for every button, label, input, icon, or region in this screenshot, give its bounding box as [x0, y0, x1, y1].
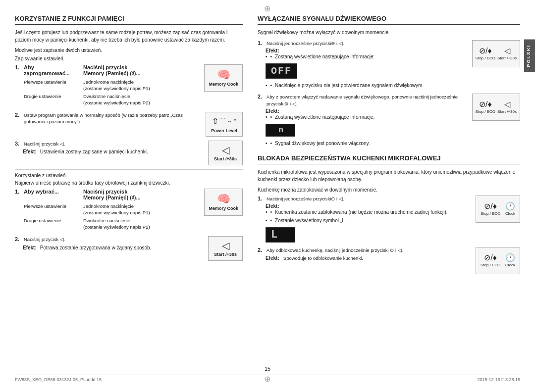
efekt-text-1: Ustawienia zostały zapisane w pamięci ku…	[40, 149, 148, 154]
step4-wybrac: 1. Aby wybrać... Naciśnij przyciskMemory…	[15, 189, 243, 232]
blokada-step1-text: Naciśnij jednocześnie przyciski⊙ i ◁.	[267, 196, 344, 202]
stop-eco-label-2: Stop / ECO	[476, 109, 495, 114]
blokada-sym-2: •	[270, 217, 272, 224]
korzystanie-note: Korzystanie z ustawień.	[15, 173, 243, 178]
start-sym-2: ◁	[504, 100, 510, 108]
step2-num: 2.	[15, 112, 22, 125]
start-icon-cell-1: ◁ Start /+30s	[497, 47, 517, 60]
right-bullet1-1: • Zostaną wyświetlone następujące inform…	[266, 53, 468, 60]
start-icon-2: ◁	[222, 241, 229, 250]
bullet-sym-4: •	[270, 140, 272, 147]
blokada-efekt-text-2: Spowoduje to odblokowanie kuchenki.	[283, 255, 363, 261]
compass-top: ⊕	[263, 4, 271, 13]
col-header-left: AbyAby zaprogramować...zaprogramować...	[24, 64, 83, 77]
row1-left-4: Pierwsze ustawienie	[24, 203, 83, 216]
blokada-step1-body: 1. Naciśnij jednocześnie przyciski⊙ i ◁.…	[258, 196, 472, 244]
efekt-text-5: Potrawa zostanie przygotowana w żądany s…	[40, 245, 152, 250]
stop-eco-label-1: Stop / ECO	[476, 56, 495, 60]
step2-body: 2. Ustaw program gotowania w normalny sp…	[15, 112, 202, 125]
left-subsection1: Zapisywanie ustawień.	[15, 56, 243, 61]
step3-body: 3. Naciśnij przycisk ◁. Efekt: Ustawieni…	[15, 141, 204, 155]
blokada-step1-num: 1.	[258, 196, 265, 202]
stop-eco-clock-box-1: ⊘/♦ Stop / ECO 🕐 Clock	[476, 196, 520, 223]
col-header-right-4: Naciśnij przyciskMemory (Pamięć) (♯)...	[83, 189, 150, 201]
power-level-label: Power Level	[211, 128, 237, 133]
right-efekt-label-2: Efekt:	[266, 108, 468, 114]
clock-icon-cell-1: 🕐 Clock	[505, 202, 515, 216]
efekt-label-1: Efekt:	[23, 149, 37, 154]
stop-eco-start-box-1: ⊘/♦ Stop / ECO ◁ Start /+30s	[472, 40, 520, 67]
step4-num: 1.	[15, 189, 22, 230]
row1-left: Pierwsze ustawienie	[24, 79, 83, 92]
right-section-1: WYŁĄCZANIE SYGNAŁU DŹWIĘKOWEGO Sygnał dź…	[258, 15, 520, 148]
memory-icon-1: 🧠	[217, 69, 230, 80]
blokada-bullet1: • Kuchenka zostanie zablokowana (nie będ…	[266, 209, 472, 216]
main-content: KORZYSTANIE Z FUNKCJI PAMIĘCI Jeśli częs…	[15, 15, 520, 363]
stop-eco-clock-box-2: ⊘/♦ Stop / ECO 🕐 Clock	[476, 247, 520, 274]
memory-icon-2: 🧠	[217, 194, 230, 204]
korzystanie-note2: Najpierw umieść potrawę na środku tacy o…	[15, 180, 243, 186]
right-efekt-label-1: Efekt:	[266, 48, 468, 53]
right-column: POLSKI WYŁĄCZANIE SYGNAŁU DŹWIĘKOWEGO Sy…	[258, 15, 520, 363]
right-step1-text: Naciśnij jednocześnie przyciski⊚ i ◁.	[267, 40, 344, 47]
right-step1-body: 1. Naciśnij jednocześnie przyciski⊚ i ◁.…	[258, 40, 468, 91]
step2-power: 2. Ustaw program gotowania w normalny sp…	[15, 112, 243, 137]
start-label-2: Start /+30s	[214, 252, 237, 257]
right-bullet2-1: • Zostaną wyświetlone następujące inform…	[266, 114, 468, 121]
stop-eco-sym-b2: ⊘/♦	[484, 254, 497, 262]
start-icon-1: ◁	[222, 145, 229, 155]
footer-right: 2015-12-15 □ 8:28:15	[477, 377, 520, 382]
right-intro-2: Kuchenka mikrofalowa jest wyposażona w s…	[258, 168, 520, 183]
blokada-efekt-label-1: Efekt:	[266, 203, 472, 209]
lcd-l-display: L	[266, 227, 295, 243]
step2-text: Ustaw program gotowania w normalny sposó…	[24, 112, 202, 125]
col-header-right-text-4: Naciśnij przyciskMemory (Pamięć) (♯)...	[83, 189, 141, 200]
col-header-right: Naciśnij przyciskMemory (Pamięć) (♯)...	[83, 64, 150, 77]
right-step2-text: Aby z powrotem włączyć nadawanie sygnału…	[267, 94, 468, 107]
memory-cook-icon-box-2: 🧠 Memory Cook	[204, 189, 243, 216]
stop-eco-sym-2: ⊘/♦	[479, 100, 492, 108]
stop-eco-sym-b1: ⊘/♦	[484, 202, 497, 210]
right-section-title-1: WYŁĄCZANIE SYGNAŁU DŹWIĘKOWEGO	[258, 15, 520, 25]
power-icon-4: ^	[234, 118, 236, 124]
right-step2-body: 2. Aby z powrotem włączyć nadawanie sygn…	[258, 94, 468, 148]
right-bullet2-2: • Sygnał dźwiękowy jest ponownie włączon…	[266, 140, 468, 147]
start-icon-cell-2: ◁ Start /+30s	[497, 100, 517, 114]
power-icon-3: ～	[227, 118, 232, 125]
footer-left: FW88S_XEO_DE68-03132J-05_PL.indd 15	[15, 377, 102, 382]
start-label-1: Start /+30s	[214, 156, 237, 161]
start-sym-1: ◁	[504, 47, 510, 55]
row2-right: Dwukrotne naciśnięcie(zostanie wyświetlo…	[83, 93, 150, 106]
left-intro: Jeśli często gotujesz lub podgrzewasz te…	[15, 29, 243, 44]
blokada-step1: 1. Naciśnij jednocześnie przyciski⊙ i ◁.…	[258, 196, 520, 244]
clock-sym-1: 🕐	[505, 202, 515, 210]
page-number: 15	[15, 366, 520, 372]
blokada-efekt-label-2: Efekt:	[266, 255, 279, 261]
row2-left-4: Drugie ustawienie	[24, 217, 83, 231]
step1-body: 1. AbyAby zaprogramować...zaprogramować.…	[15, 64, 200, 108]
step1-num: 1.	[15, 64, 22, 106]
compass-bottom: ⊕	[263, 374, 271, 383]
left-section-title: KORZYSTANIE Z FUNKCJI PAMIĘCI	[15, 15, 243, 25]
side-tab: POLSKI	[524, 40, 535, 72]
blokada-step2-num: 2.	[258, 247, 265, 253]
step1-headers: AbyAby zaprogramować...zaprogramować... …	[24, 64, 150, 106]
stop-eco-icon-2: ⊘/♦ Stop / ECO	[476, 100, 495, 114]
clock-label-2: Clock	[505, 263, 515, 267]
blokada-step2: 2. Aby odblokować kuchenkę, naciśnij jed…	[258, 247, 520, 274]
step3-text: Naciśnij przycisk ◁.	[24, 141, 65, 147]
start-label-r2: Start /+30s	[497, 109, 517, 114]
memory-cook-icon-box-1: 🧠 Memory Cook	[204, 64, 243, 92]
clock-label-1: Clock	[505, 211, 515, 216]
right-step2: 2. Aby z powrotem włączyć nadawanie sygn…	[258, 94, 520, 148]
step5-nacisnij: 2. Naciśnij przycisk ◁. Efekt: Potrawa z…	[15, 236, 243, 261]
step4-body: 1. Aby wybrać... Naciśnij przyciskMemory…	[15, 189, 200, 232]
step4-headers: Aby wybrać... Naciśnij przyciskMemory (P…	[24, 189, 150, 230]
col-header-left-text-4: Aby wybrać...	[24, 189, 59, 195]
stop-eco-label-b2: Stop / ECO	[481, 263, 500, 267]
right-step2-num: 2.	[258, 94, 265, 107]
right-step1: 1. Naciśnij jednocześnie przyciski⊚ i ◁.…	[258, 40, 520, 91]
clock-icon-cell-2: 🕐 Clock	[505, 254, 515, 267]
step5-text: Naciśnij przycisk ◁.	[24, 236, 65, 243]
blokada-step2-text: Aby odblokować kuchenkę, naciśnij jednoc…	[267, 247, 403, 253]
